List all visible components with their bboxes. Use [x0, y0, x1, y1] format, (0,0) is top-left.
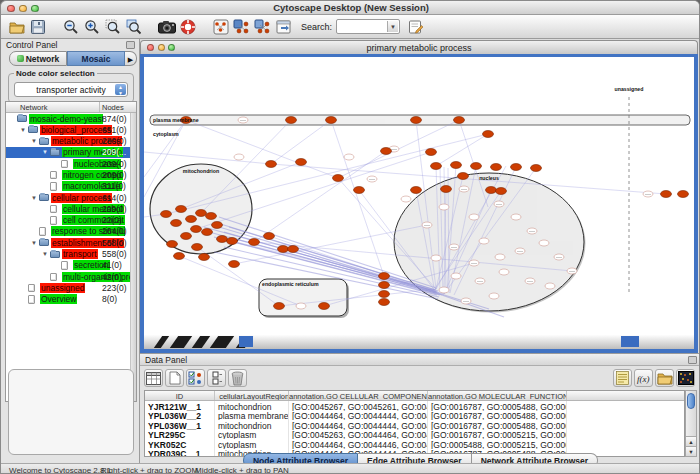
- table-row[interactable]: YLR295Ccytoplasm[GO:0045263, GO:0044464,…: [145, 430, 684, 440]
- table-cell[interactable]: [GO:0045263, GO:0044464, GO:0044455, G..…: [289, 430, 428, 440]
- table-cell[interactable]: [567, 411, 684, 421]
- network-canvas[interactable]: plasma membranecytoplasmmitochondrionnuc…: [140, 54, 698, 353]
- search-dropdown-arrow-icon[interactable]: ▼: [387, 21, 398, 32]
- table-cell[interactable]: [GO:0016787, GO:0005215, GO:0003824, G..…: [428, 430, 567, 440]
- tree-col-network[interactable]: Network: [20, 103, 48, 112]
- tree-row[interactable]: cell communicat22(0): [6, 215, 130, 226]
- table-row[interactable]: YJR121W__1mitochondrion[GO:0045267, GO:0…: [145, 401, 684, 411]
- tree-row[interactable]: nitrogen compo209(0): [6, 169, 130, 180]
- save-icon[interactable]: [28, 17, 48, 37]
- scroll-up-button[interactable]: ▲: [686, 436, 696, 446]
- table-cell[interactable]: plasma membrane: [215, 411, 289, 421]
- search-input[interactable]: ▼: [336, 19, 400, 34]
- table-cell[interactable]: [GO:0044464, GO:0044444, GO:0044425, G..…: [289, 411, 428, 421]
- tree-row[interactable]: macromolecule311(0): [6, 181, 130, 192]
- column-header[interactable]: annotation.GO CELLULAR_COMPONENT: [289, 391, 428, 400]
- tree-row[interactable]: ▼metabolic process280(0): [6, 136, 130, 147]
- tree-col-nodes[interactable]: Nodes: [102, 103, 124, 112]
- snapshot-icon[interactable]: [157, 17, 177, 37]
- new-attribute-icon[interactable]: [165, 369, 184, 387]
- column-header[interactable]: [567, 391, 684, 400]
- table-cell[interactable]: [567, 420, 684, 430]
- network-frame-titlebar[interactable]: primary metabolic process: [140, 40, 698, 54]
- zoom-fit-icon[interactable]: [103, 17, 123, 37]
- tab-overflow-arrow-icon[interactable]: ▶: [125, 51, 137, 66]
- tree-row[interactable]: ▼cellular process614(0): [6, 192, 130, 203]
- tree-row[interactable]: unassigned223(0): [6, 282, 130, 293]
- table-cell[interactable]: [GO:0044464, GO:0044446, GO:0044444, G..…: [289, 439, 428, 449]
- table-row[interactable]: YKR052Ccytoplasm[GO:0044464, GO:0044446,…: [145, 439, 684, 449]
- tree-row[interactable]: ▼transport558(0): [6, 249, 130, 260]
- table-cell[interactable]: cytoplasm: [215, 439, 289, 449]
- tree-row[interactable]: secretion41(0): [6, 260, 130, 271]
- network-overview-icon[interactable]: [211, 17, 231, 37]
- table-cell[interactable]: [567, 439, 684, 449]
- zoom-selected-icon[interactable]: [124, 17, 144, 37]
- table-row[interactable]: YPL036W__1mitochondrion[GO:0044464, GO:0…: [145, 420, 684, 430]
- table-cell[interactable]: [GO:0016787, GO:0005488, GO:0005215, G..…: [428, 401, 567, 411]
- table-cell[interactable]: [GO:0016787, GO:0005488, GO:0005215, G..…: [428, 420, 567, 430]
- tree-row[interactable]: ▼establishment of lo558(0): [6, 237, 130, 248]
- notes-icon[interactable]: [613, 369, 632, 387]
- table-cell[interactable]: [567, 401, 684, 411]
- vizmapper-icon[interactable]: [274, 17, 294, 37]
- expand-arrow-icon[interactable]: ▼: [42, 149, 48, 155]
- table-cell[interactable]: YKR052C: [145, 439, 215, 449]
- network-modify-1-icon[interactable]: [232, 17, 252, 37]
- import-icon[interactable]: [655, 369, 674, 387]
- table-cell[interactable]: [567, 430, 684, 440]
- column-header[interactable]: annotation.GO MOLECULAR_FUNCTION: [428, 391, 567, 400]
- expand-arrow-icon[interactable]: ▼: [20, 127, 26, 133]
- table-cell[interactable]: [GO:0005488, GO:0005215, GO:0003674]: [428, 439, 567, 449]
- tree-row[interactable]: ▼primary metabo209(...: [6, 147, 130, 158]
- table-cell[interactable]: YPL036W__1: [145, 420, 215, 430]
- annotation-icon[interactable]: [406, 17, 426, 37]
- delete-attribute-icon[interactable]: [228, 369, 247, 387]
- float-panel-icon[interactable]: [126, 41, 135, 49]
- tree-row[interactable]: multi-organism pro42(0): [6, 271, 130, 282]
- matrix-icon[interactable]: [676, 369, 695, 387]
- table-cell[interactable]: [GO:0044464, GO:0044444, GO:0044425, G..…: [289, 420, 428, 430]
- select-attributes-icon[interactable]: [144, 369, 163, 387]
- tree-row[interactable]: response to stimulu264(0): [6, 226, 130, 237]
- table-cell[interactable]: mitochondrion: [215, 420, 289, 430]
- tree-row-label[interactable]: unassigned: [40, 283, 85, 293]
- attribute-checklist-icon[interactable]: [186, 369, 205, 387]
- table-cell[interactable]: [GO:0016787, GO:0005488, GO:0005215, G..…: [428, 411, 567, 421]
- table-row[interactable]: YPL036W__2plasma membrane[GO:0044464, GO…: [145, 411, 684, 421]
- expand-arrow-icon[interactable]: ▼: [42, 251, 48, 257]
- expand-arrow-icon[interactable]: ▼: [31, 240, 37, 246]
- table-cell[interactable]: mitochondrion: [215, 401, 289, 411]
- tree-row-label[interactable]: transport: [62, 249, 98, 259]
- window-titlebar[interactable]: Cytoscape Desktop (New Session): [1, 1, 700, 15]
- column-header[interactable]: ID: [145, 391, 215, 400]
- tab-mosaic[interactable]: Mosaic: [67, 51, 125, 66]
- data-panel-float-icon[interactable]: [688, 356, 697, 364]
- table-cell[interactable]: [GO:0045267, GO:0045261, GO:0044464, G..…: [289, 401, 428, 411]
- table-scrollbar[interactable]: ▲ ▼: [685, 390, 697, 457]
- table-cell[interactable]: cytoplasm: [215, 430, 289, 440]
- tree-scrollbar[interactable]: [130, 113, 136, 401]
- tab-network[interactable]: Network: [9, 51, 67, 66]
- table-cell[interactable]: YJR121W__1: [145, 401, 215, 411]
- tree-row-label[interactable]: Overview: [40, 294, 77, 304]
- tree-row[interactable]: Overview8(0): [6, 294, 130, 305]
- column-header[interactable]: _cellularLayoutRegion: [215, 391, 289, 400]
- zoom-out-icon[interactable]: [61, 17, 81, 37]
- node-color-dropdown[interactable]: transporter activity ▲▼: [14, 82, 128, 97]
- attribute-list-icon[interactable]: [207, 369, 226, 387]
- tree-row[interactable]: cellular metabol209(0): [6, 203, 130, 214]
- formula-icon[interactable]: f(x): [634, 369, 653, 387]
- table-cell[interactable]: YLR295C: [145, 430, 215, 440]
- expand-arrow-icon[interactable]: ▼: [31, 138, 37, 144]
- zoom-in-icon[interactable]: [82, 17, 102, 37]
- help-icon[interactable]: [178, 17, 198, 37]
- dropdown-stepper-icon[interactable]: ▲▼: [115, 84, 126, 95]
- tree-row[interactable]: ▼biological_process651(0): [6, 124, 130, 135]
- tree-row[interactable]: nucleobase-209(0): [6, 158, 130, 169]
- table-cell[interactable]: YPL036W__2: [145, 411, 215, 421]
- open-icon[interactable]: [7, 17, 27, 37]
- network-modify-2-icon[interactable]: [253, 17, 273, 37]
- table-scrollbar-thumb[interactable]: [687, 393, 695, 409]
- tree-row-label[interactable]: mosaic-demo-yeast: [29, 114, 103, 124]
